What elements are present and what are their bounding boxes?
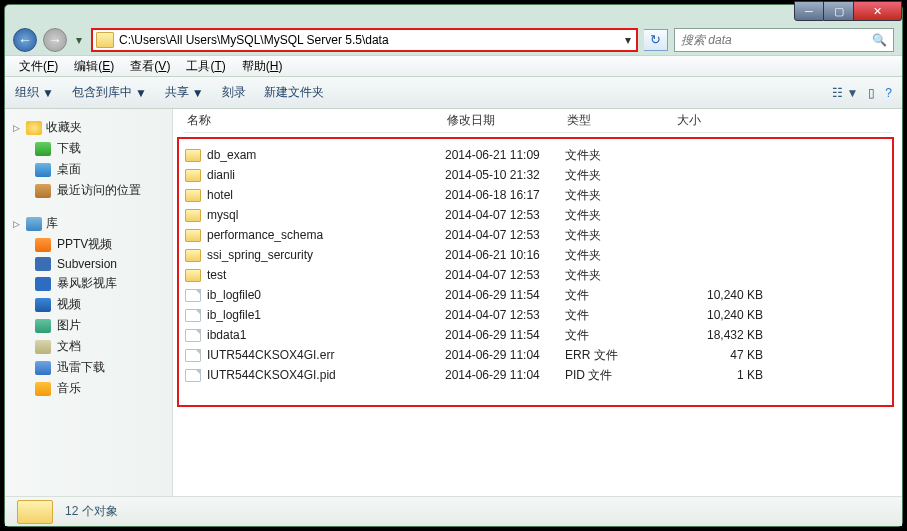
file-icon: [185, 289, 201, 302]
search-placeholder: 搜索 data: [681, 32, 872, 49]
folder-icon: [185, 249, 201, 262]
address-dropdown[interactable]: ▾: [620, 33, 636, 47]
sidebar-item[interactable]: 暴风影视库: [9, 273, 168, 294]
folder-icon: [185, 189, 201, 202]
svn-icon: [35, 257, 51, 271]
sidebar-favorites-header[interactable]: ▷ 收藏夹: [9, 117, 168, 138]
item-count: 12 个对象: [65, 503, 118, 520]
refresh-button[interactable]: ↻: [644, 29, 668, 51]
rec-icon: [35, 184, 51, 198]
sidebar-item[interactable]: 桌面: [9, 159, 168, 180]
library-icon: [26, 217, 42, 231]
sidebar-item[interactable]: 文档: [9, 336, 168, 357]
sidebar-item[interactable]: 迅雷下载: [9, 357, 168, 378]
view-options-button[interactable]: ☷ ▼: [832, 86, 858, 100]
xdl-icon: [35, 361, 51, 375]
sidebar-libraries-header[interactable]: ▷ 库: [9, 213, 168, 234]
col-type[interactable]: 类型: [563, 112, 673, 129]
share-button[interactable]: 共享 ▼: [165, 84, 204, 101]
sidebar-item[interactable]: Subversion: [9, 255, 168, 273]
menu-f[interactable]: 文件(F): [13, 56, 64, 77]
folder-icon: [185, 169, 201, 182]
file-icon: [185, 309, 201, 322]
explorer-window: ─ ▢ ✕ ← → ▾ ▾ ↻ 搜索 data 🔍 文件(F)编辑(E)查看(V…: [4, 4, 903, 527]
sidebar-item[interactable]: PPTV视频: [9, 234, 168, 255]
folder-icon: [185, 209, 201, 222]
navigation-pane: ▷ 收藏夹 下载桌面最近访问的位置 ▷ 库 PPTV视频Subversion暴风…: [5, 109, 173, 496]
menu-v[interactable]: 查看(V): [124, 56, 176, 77]
file-icon: [185, 369, 201, 382]
bfy-icon: [35, 277, 51, 291]
file-row[interactable]: ssi_spring_sercurity2014-06-21 10:16文件夹: [185, 245, 886, 265]
file-row[interactable]: performance_schema2014-04-07 12:53文件夹: [185, 225, 886, 245]
organize-button[interactable]: 组织 ▼: [15, 84, 54, 101]
file-row[interactable]: db_exam2014-06-21 11:09文件夹: [185, 145, 886, 165]
folder-icon: [185, 229, 201, 242]
folder-icon: [185, 149, 201, 162]
file-row[interactable]: test2014-04-07 12:53文件夹: [185, 265, 886, 285]
include-button[interactable]: 包含到库中 ▼: [72, 84, 147, 101]
col-name[interactable]: 名称: [183, 112, 443, 129]
file-icon: [185, 349, 201, 362]
new-folder-button[interactable]: 新建文件夹: [264, 84, 324, 101]
file-row[interactable]: dianli2014-05-10 21:32文件夹: [185, 165, 886, 185]
pptv-icon: [35, 238, 51, 252]
menu-t[interactable]: 工具(T): [180, 56, 231, 77]
sidebar-item[interactable]: 下载: [9, 138, 168, 159]
preview-pane-button[interactable]: ▯: [868, 86, 875, 100]
folder-icon: [185, 269, 201, 282]
libraries-label: 库: [46, 215, 58, 232]
maximize-button[interactable]: ▢: [824, 1, 854, 21]
close-button[interactable]: ✕: [854, 1, 902, 21]
search-icon: 🔍: [872, 33, 887, 47]
col-size[interactable]: 大小: [673, 112, 773, 129]
file-row[interactable]: hotel2014-06-18 16:17文件夹: [185, 185, 886, 205]
help-button[interactable]: ?: [885, 86, 892, 100]
col-date[interactable]: 修改日期: [443, 112, 563, 129]
mus-icon: [35, 382, 51, 396]
file-row[interactable]: IUTR544CKSOX4GI.err2014-06-29 11:04ERR 文…: [185, 345, 886, 365]
back-button[interactable]: ←: [13, 28, 37, 52]
sidebar-item[interactable]: 视频: [9, 294, 168, 315]
status-bar: 12 个对象: [5, 496, 902, 526]
minimize-button[interactable]: ─: [794, 1, 824, 21]
folder-icon: [96, 32, 114, 48]
history-dropdown[interactable]: ▾: [73, 30, 85, 50]
file-list-pane: 名称 修改日期 类型 大小 db_exam2014-06-21 11:09文件夹…: [173, 109, 902, 496]
column-headers[interactable]: 名称 修改日期 类型 大小: [183, 109, 892, 133]
menu-bar: 文件(F)编辑(E)查看(V)工具(T)帮助(H): [5, 55, 902, 77]
toolbar: 组织 ▼ 包含到库中 ▼ 共享 ▼ 刻录 新建文件夹 ☷ ▼ ▯ ?: [5, 77, 902, 109]
collapse-icon: ▷: [11, 123, 22, 133]
menu-e[interactable]: 编辑(E): [68, 56, 120, 77]
pic-icon: [35, 319, 51, 333]
folder-icon: [17, 500, 53, 524]
address-input[interactable]: [117, 33, 620, 47]
search-box[interactable]: 搜索 data 🔍: [674, 28, 894, 52]
favorites-label: 收藏夹: [46, 119, 82, 136]
nav-bar: ← → ▾ ▾ ↻ 搜索 data 🔍: [5, 25, 902, 55]
burn-button[interactable]: 刻录: [222, 84, 246, 101]
address-bar[interactable]: ▾: [91, 28, 638, 52]
star-icon: [26, 121, 42, 135]
menu-h[interactable]: 帮助(H): [236, 56, 289, 77]
dl-icon: [35, 142, 51, 156]
forward-button[interactable]: →: [43, 28, 67, 52]
vid-icon: [35, 298, 51, 312]
titlebar[interactable]: ─ ▢ ✕: [5, 5, 902, 25]
collapse-icon: ▷: [11, 219, 22, 229]
file-icon: [185, 329, 201, 342]
sidebar-item[interactable]: 音乐: [9, 378, 168, 399]
file-row[interactable]: mysql2014-04-07 12:53文件夹: [185, 205, 886, 225]
sidebar-item[interactable]: 图片: [9, 315, 168, 336]
file-row[interactable]: ibdata12014-06-29 11:54文件18,432 KB: [185, 325, 886, 345]
sidebar-item[interactable]: 最近访问的位置: [9, 180, 168, 201]
doc-icon: [35, 340, 51, 354]
file-row[interactable]: ib_logfile02014-06-29 11:54文件10,240 KB: [185, 285, 886, 305]
file-row[interactable]: IUTR544CKSOX4GI.pid2014-06-29 11:04PID 文…: [185, 365, 886, 385]
file-list-highlight: db_exam2014-06-21 11:09文件夹dianli2014-05-…: [177, 137, 894, 407]
desk-icon: [35, 163, 51, 177]
file-row[interactable]: ib_logfile12014-04-07 12:53文件10,240 KB: [185, 305, 886, 325]
